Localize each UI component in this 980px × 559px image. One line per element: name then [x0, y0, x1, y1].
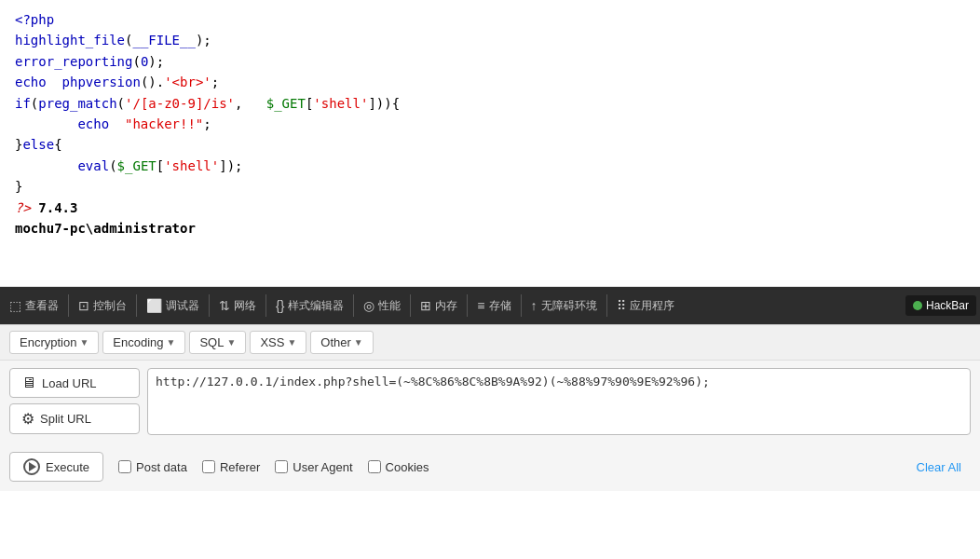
code-line-11: mochu7-pc\administrator	[15, 218, 965, 239]
console-icon: ⊡	[78, 298, 89, 313]
devtools-debugger-btn[interactable]: ⬜ 调试器	[141, 294, 205, 318]
encryption-arrow-icon: ▼	[79, 337, 88, 348]
encoding-menu[interactable]: Encoding ▼	[102, 331, 185, 354]
separator	[410, 294, 411, 317]
devtools-inspector-btn[interactable]: ⬚ 查看器	[4, 294, 64, 318]
code-display: <?php highlight_file(__FILE__); error_re…	[0, 0, 980, 287]
app-label: 应用程序	[630, 298, 674, 314]
devtools-accessibility-btn[interactable]: ↑ 无障碍环境	[525, 294, 603, 318]
code-line-7: }else{	[15, 134, 965, 155]
devtools-style-btn[interactable]: {} 样式编辑器	[270, 294, 349, 318]
code-line-3: error_reporting(0);	[15, 51, 965, 72]
separator	[68, 294, 69, 317]
other-menu[interactable]: Other ▼	[310, 331, 373, 354]
memory-label: 内存	[435, 298, 457, 314]
inspector-icon: ⬚	[9, 298, 21, 313]
network-icon: ⇅	[219, 298, 230, 313]
hackbar-menu: Encryption ▼ Encoding ▼ SQL ▼ XSS ▼ Othe…	[0, 325, 980, 361]
post-data-checkbox[interactable]	[118, 460, 131, 473]
code-line-1: <?php	[15, 9, 965, 30]
app-icon: ⠿	[617, 298, 626, 313]
hackbar-panel: Encryption ▼ Encoding ▼ SQL ▼ XSS ▼ Othe…	[0, 324, 980, 491]
code-line-8: eval($_GET['shell']);	[15, 156, 965, 176]
separator	[265, 294, 266, 317]
code-line-9: }	[15, 176, 965, 197]
separator	[467, 294, 468, 317]
hackbar-main: 🖥 Load URL ⚙ Split URL	[0, 361, 980, 446]
style-label: 样式编辑器	[288, 298, 344, 314]
user-agent-checkbox-item[interactable]: User Agent	[275, 460, 352, 474]
load-url-icon: 🖥	[21, 375, 36, 391]
encryption-menu[interactable]: Encryption ▼	[9, 331, 99, 354]
user-agent-label: User Agent	[293, 460, 352, 474]
referer-label: Referer	[220, 460, 260, 474]
performance-icon: ◎	[363, 298, 374, 313]
split-url-button[interactable]: ⚙ Split URL	[9, 403, 140, 434]
encoding-arrow-icon: ▼	[167, 337, 176, 348]
style-icon: {}	[276, 298, 284, 313]
other-arrow-icon: ▼	[354, 337, 363, 348]
devtools-network-btn[interactable]: ⇅ 网络	[213, 294, 262, 318]
clear-all-button[interactable]: Clear All	[917, 460, 971, 474]
devtools-app-btn[interactable]: ⠿ 应用程序	[611, 294, 680, 318]
url-input[interactable]	[147, 368, 971, 435]
hackbar-tab-btn[interactable]: HackBar	[905, 295, 976, 316]
debugger-icon: ⬜	[146, 298, 162, 313]
execute-button[interactable]: Execute	[9, 452, 103, 482]
execute-icon	[23, 458, 40, 475]
cookies-label: Cookies	[386, 460, 429, 474]
separator	[521, 294, 522, 317]
encryption-label: Encryption	[20, 335, 76, 349]
other-label: Other	[320, 335, 351, 349]
user-agent-checkbox[interactable]	[275, 460, 288, 473]
post-data-label: Post data	[136, 460, 187, 474]
hackbar-bottom: Execute Post data Referer User Agent Coo…	[0, 446, 980, 491]
cookies-checkbox-item[interactable]: Cookies	[368, 460, 429, 474]
play-triangle-icon	[29, 462, 36, 471]
console-label: 控制台	[93, 298, 127, 314]
url-input-area	[147, 368, 971, 439]
devtools-storage-btn[interactable]: ≡ 存储	[471, 294, 516, 318]
xss-arrow-icon: ▼	[287, 337, 296, 348]
storage-label: 存储	[489, 298, 511, 314]
devtools-console-btn[interactable]: ⊡ 控制台	[73, 294, 132, 318]
referer-checkbox-item[interactable]: Referer	[202, 460, 260, 474]
inspector-label: 查看器	[25, 298, 59, 314]
execute-label: Execute	[46, 460, 89, 474]
xss-menu[interactable]: XSS ▼	[250, 331, 306, 354]
sql-arrow-icon: ▼	[226, 337, 236, 348]
devtools-performance-btn[interactable]: ◎ 性能	[358, 294, 406, 318]
code-line-2: highlight_file(__FILE__);	[15, 30, 965, 50]
checkbox-group: Post data Referer User Agent Cookies Cle…	[118, 460, 971, 474]
cookies-checkbox[interactable]	[368, 460, 381, 473]
code-line-10: ?> 7.4.3	[15, 198, 965, 218]
separator	[353, 294, 354, 317]
encoding-label: Encoding	[113, 335, 163, 349]
code-line-4: echo phpversion().'<br>';	[15, 72, 965, 92]
hackbar-label: HackBar	[926, 299, 969, 312]
hackbar-dot-icon	[913, 301, 922, 310]
separator	[209, 294, 210, 317]
memory-icon: ⊞	[420, 298, 431, 313]
devtools-toolbar: ⬚ 查看器 ⊡ 控制台 ⬜ 调试器 ⇅ 网络 {} 样式编辑器 ◎ 性能 ⊞ 内…	[0, 287, 980, 324]
code-line-6: echo "hacker!!";	[15, 114, 965, 134]
separator	[136, 294, 137, 317]
referer-checkbox[interactable]	[202, 460, 215, 473]
post-data-checkbox-item[interactable]: Post data	[118, 460, 187, 474]
load-url-button[interactable]: 🖥 Load URL	[9, 368, 140, 398]
sql-menu[interactable]: SQL ▼	[189, 331, 246, 354]
sql-label: SQL	[199, 335, 224, 349]
code-line-5: if(preg_match('/[a-z0-9]/is', $_GET['she…	[15, 93, 965, 114]
xss-label: XSS	[260, 335, 284, 349]
separator	[606, 294, 607, 317]
split-url-icon: ⚙	[21, 410, 34, 428]
accessibility-label: 无障碍环境	[541, 298, 597, 314]
split-url-label: Split URL	[40, 412, 91, 426]
load-url-label: Load URL	[42, 376, 97, 390]
devtools-memory-btn[interactable]: ⊞ 内存	[415, 294, 463, 318]
performance-label: 性能	[378, 298, 401, 314]
storage-icon: ≡	[477, 298, 484, 313]
accessibility-icon: ↑	[531, 298, 538, 313]
left-action-buttons: 🖥 Load URL ⚙ Split URL	[9, 368, 140, 434]
debugger-label: 调试器	[166, 298, 199, 314]
